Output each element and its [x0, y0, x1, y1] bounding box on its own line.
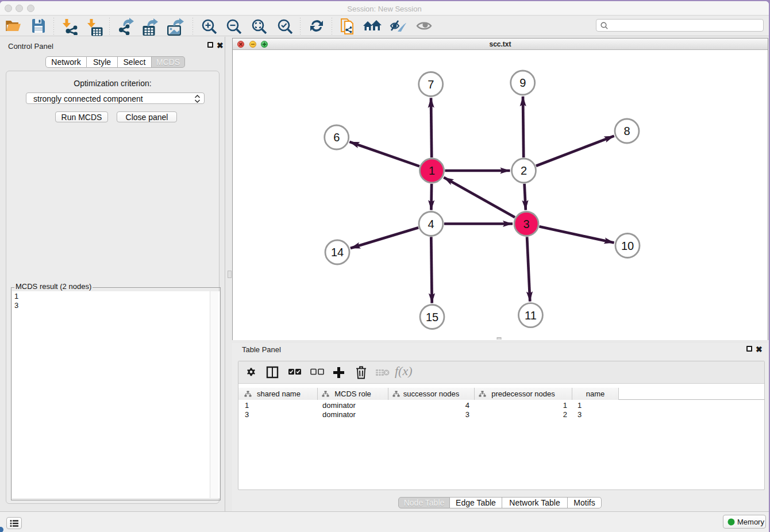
- svg-text:3: 3: [523, 218, 529, 230]
- svg-text:1: 1: [429, 164, 435, 177]
- svg-text:10: 10: [621, 240, 634, 252]
- svg-text:7: 7: [428, 78, 434, 91]
- svg-text:6: 6: [333, 131, 340, 144]
- svg-text:8: 8: [623, 125, 630, 137]
- svg-text:2: 2: [521, 164, 527, 177]
- svg-text:14: 14: [331, 246, 344, 259]
- svg-text:15: 15: [426, 311, 438, 323]
- svg-text:4: 4: [428, 218, 434, 230]
- svg-text:11: 11: [525, 309, 537, 322]
- svg-text:9: 9: [519, 76, 526, 89]
